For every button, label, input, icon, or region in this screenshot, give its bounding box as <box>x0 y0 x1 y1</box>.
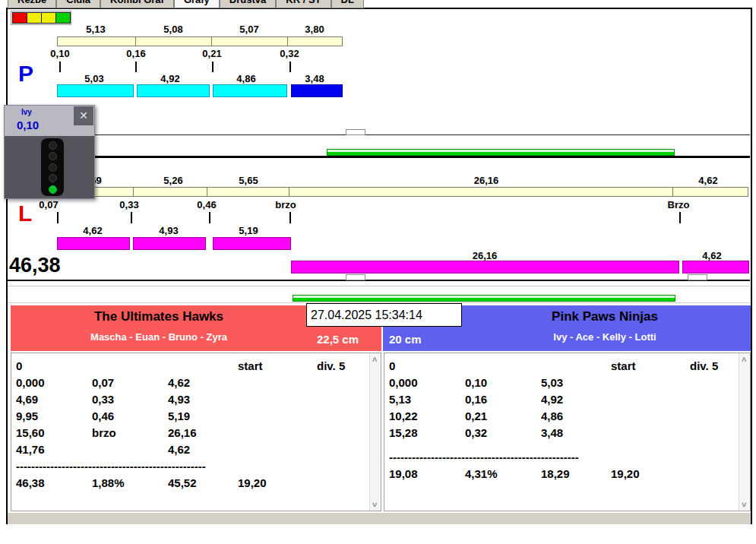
l-tick <box>57 212 59 223</box>
splitter-handle[interactable] <box>346 274 365 280</box>
scrollbar[interactable]: ˄ ˅ <box>739 353 750 511</box>
table-row: 15,60brzo26,16 <box>11 425 381 441</box>
table-row: 0,0000,105,03 <box>384 375 750 391</box>
cell: 46,38 <box>16 475 92 492</box>
tab-kombi-graf[interactable]: Kombi Graf <box>100 0 174 8</box>
divider-line <box>8 134 750 135</box>
p-split-bar <box>211 36 288 46</box>
cell <box>611 408 690 425</box>
cell: 5,19 <box>168 408 238 425</box>
l-leg-label: 4,62 <box>66 225 119 236</box>
cell: 41,76 <box>16 441 92 458</box>
l-tick <box>131 212 132 223</box>
tab-rezbe[interactable]: Rezbe <box>8 0 56 8</box>
scroll-up-icon[interactable]: ˄ <box>372 355 377 364</box>
tab-kr-st[interactable]: KR / ST <box>276 0 331 8</box>
table-row: 4,690,334,93 <box>11 391 381 408</box>
table-row: 41,764,62 <box>11 441 381 458</box>
p-leg-label: 4,86 <box>220 73 273 84</box>
cell <box>92 441 168 458</box>
table-totals-row: 46,381,88%45,5219,20 <box>11 475 381 492</box>
p-split-label: 3,80 <box>288 24 341 35</box>
p-leg-bar <box>57 84 134 97</box>
splitter-handle[interactable] <box>346 129 365 135</box>
cell <box>238 441 317 458</box>
lane-p-label: P <box>18 61 33 87</box>
lane-separator-line <box>8 156 750 158</box>
scroll-up-icon[interactable]: ˄ <box>742 355 746 364</box>
l-leg-label: 5,19 <box>222 225 275 236</box>
cell: start <box>238 358 317 375</box>
cell <box>611 375 690 391</box>
p-leg-label: 4,92 <box>144 73 197 84</box>
cell: 26,16 <box>168 425 238 441</box>
p-split-label: 5,08 <box>147 24 200 35</box>
start-lights-photo <box>5 136 94 198</box>
cell: 45,52 <box>168 475 238 492</box>
cell: 0,07 <box>92 375 168 391</box>
cell: 4,93 <box>168 391 238 408</box>
cell <box>611 391 690 408</box>
scrollbar[interactable]: ˄ ˅ <box>369 353 381 511</box>
l-tick <box>289 212 291 223</box>
cell: 0,21 <box>465 408 541 425</box>
cell: 0,33 <box>92 391 168 408</box>
l-change-label: Brzo <box>652 199 705 210</box>
team-left-members: Mascha - Euan - Bruno - Zyra <box>11 331 307 343</box>
cell: 9,95 <box>16 408 92 425</box>
cell: 0,46 <box>92 408 168 425</box>
team-right-jump-height: 20 cm <box>389 333 422 346</box>
tab-grafy[interactable]: Grafy <box>174 0 220 8</box>
tab-drustva[interactable]: Društva <box>220 0 276 8</box>
l-split-label: 4,62 <box>682 175 735 186</box>
table-row: 0startdiv. 5 <box>384 358 750 375</box>
l-split-label: 26,16 <box>460 175 513 186</box>
close-icon[interactable]: ✕ <box>74 106 93 125</box>
light-dot <box>49 152 57 160</box>
cell <box>168 358 238 375</box>
light-green <box>55 12 71 24</box>
lane-l-label: L <box>18 201 32 226</box>
light-dot-green <box>49 185 57 194</box>
p-tick <box>135 62 137 72</box>
team-left-name: The Ultimates Hawks <box>11 309 307 324</box>
scroll-down-icon[interactable]: ˅ <box>372 500 377 509</box>
divider-line <box>8 280 750 281</box>
p-tick <box>59 62 61 72</box>
p-leg-label: 5,03 <box>68 73 121 84</box>
team-left-jump-height: 22,5 cm <box>317 333 359 346</box>
tab-dl[interactable]: DL <box>331 0 364 8</box>
table-separator: ----------------------------------------… <box>384 449 600 466</box>
dog-popup: Ivy 0,10 ✕ <box>4 105 95 199</box>
splitter-handle[interactable] <box>688 274 707 280</box>
l-split-bar <box>672 187 748 197</box>
l-split-bar <box>133 187 207 197</box>
cell: 5,13 <box>389 391 465 408</box>
l-progress-bar <box>293 295 675 302</box>
p-split-label: 5,07 <box>223 24 276 35</box>
p-leg-bar-last <box>291 84 343 97</box>
cell: 4,86 <box>541 408 611 425</box>
popup-reaction-time: 0,10 <box>17 119 39 131</box>
tab-cidla[interactable]: Cidla <box>56 0 100 8</box>
p-leg-label: 3,48 <box>288 73 341 84</box>
cell: 0,10 <box>465 375 541 391</box>
light-red <box>12 12 27 24</box>
cell: 4,69 <box>16 391 92 408</box>
cell: 3,48 <box>541 425 611 441</box>
popup-dog-name: Ivy <box>21 108 32 116</box>
table-separator: ----------------------------------------… <box>11 458 232 475</box>
cell: 0,16 <box>465 391 541 408</box>
cell <box>238 375 317 391</box>
l-leg2-label: 26,16 <box>458 250 511 261</box>
p-split-bar <box>287 36 343 46</box>
table-row: 5,130,164,92 <box>384 391 750 408</box>
table-row: 0startdiv. 5 <box>11 358 381 375</box>
scroll-down-icon[interactable]: ˅ <box>742 500 746 509</box>
cell <box>92 358 168 375</box>
datetime-display: 27.04.2025 15:34:14 <box>306 303 462 327</box>
l-leg-label: 4,93 <box>142 225 195 236</box>
p-split-label: 5,13 <box>69 24 122 35</box>
cell: 4,62 <box>168 375 238 391</box>
cell: 0,000 <box>389 375 465 391</box>
